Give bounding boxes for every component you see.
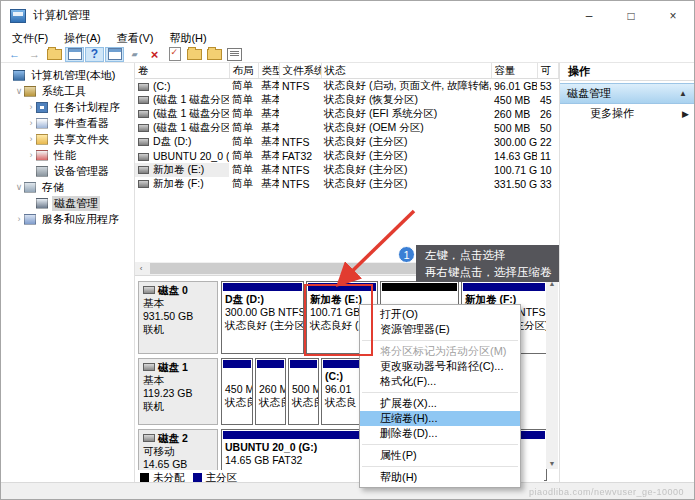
tree-item-system-tools[interactable]: ∨ 系统工具 bbox=[1, 83, 134, 99]
menu-item-format[interactable]: 格式化(F)... bbox=[360, 374, 520, 389]
watermark: piaodliba.com/newvuser_ge-10000 bbox=[529, 487, 684, 497]
minimize-button[interactable]: – bbox=[568, 1, 610, 30]
menu-separator bbox=[362, 392, 518, 393]
tree-item-shared-folders[interactable]: › 共享文件夹 bbox=[1, 131, 134, 147]
volume-icon bbox=[138, 138, 149, 146]
vertical-scrollbar[interactable]: ▲ ▼ bbox=[546, 278, 558, 469]
maximize-button[interactable]: □ bbox=[610, 1, 652, 30]
col-type[interactable]: 类型 bbox=[258, 63, 279, 79]
table-row[interactable]: D盘 (D:) 简单基本 NTFS状态良好 (主分区) 300.00 GB22 bbox=[135, 135, 559, 149]
performance-icon bbox=[36, 150, 48, 161]
table-row[interactable]: 新加卷 (F:) 简单基本 NTFS状态良好 (主分区) 331.50 GB33 bbox=[135, 177, 559, 191]
partition-oem[interactable]: 500 M 状态良 bbox=[288, 358, 319, 425]
unallocated-swatch bbox=[140, 473, 149, 482]
tools-icon bbox=[24, 86, 36, 97]
menu-item-extend-volume[interactable]: 扩展卷(X)... bbox=[360, 396, 520, 411]
collapse-icon[interactable]: ▲ bbox=[679, 89, 687, 98]
expander-icon[interactable]: › bbox=[14, 214, 24, 224]
help-icon[interactable]: ? bbox=[85, 47, 104, 62]
partition-d[interactable]: D盘 (D:) 300.00 GB NTFS 状态良好 (主分区) bbox=[221, 281, 304, 354]
list-view-icon[interactable] bbox=[225, 47, 244, 62]
storage-icon bbox=[24, 182, 36, 193]
volume-icon bbox=[138, 166, 149, 174]
tree-item-device-manager[interactable]: 设备管理器 bbox=[1, 163, 134, 179]
show-window-icon[interactable] bbox=[105, 47, 124, 62]
expander-icon[interactable]: › bbox=[26, 150, 36, 160]
tree-item-task-scheduler[interactable]: › 任务计划程序 bbox=[1, 99, 134, 115]
menu-separator bbox=[362, 466, 518, 467]
menu-item-explorer[interactable]: 资源管理器(E) bbox=[360, 322, 520, 337]
tree-item-performance[interactable]: › 性能 bbox=[1, 147, 134, 163]
menu-item-shrink-volume[interactable]: 压缩卷(H)... bbox=[360, 411, 520, 426]
clock-icon bbox=[36, 102, 48, 113]
expander-icon[interactable]: › bbox=[26, 134, 36, 144]
col-free[interactable]: 可 bbox=[537, 63, 559, 79]
table-header: 卷 布局 类型 文件系统 状态 容量 可 bbox=[135, 63, 559, 79]
tree-item-event-viewer[interactable]: › 事件查看器 bbox=[1, 115, 134, 131]
more-actions-item[interactable]: 更多操作 ▶ bbox=[560, 104, 694, 123]
console-tree-pane: 计算机管理(本地) ∨ 系统工具 › 任务计划程序 › 事件查看器 › 共享文件… bbox=[1, 63, 135, 485]
menu-item-properties[interactable]: 属性(P) bbox=[360, 448, 520, 463]
expander-icon[interactable]: › bbox=[26, 102, 36, 112]
volume-icon bbox=[138, 124, 149, 132]
menu-item-help[interactable]: 帮助(H) bbox=[360, 470, 520, 485]
table-row[interactable]: (磁盘 1 磁盘分区 1) 简单基本 状态良好 (恢复分区) 450 MB45 bbox=[135, 93, 559, 107]
table-row-volume-e[interactable]: 新加卷 (E:) 简单基本 NTFS状态良好 (主分区) 100.71 GB10 bbox=[135, 163, 559, 177]
partition-efi[interactable]: 260 M 状态良 bbox=[255, 358, 286, 425]
tree-item-storage[interactable]: ∨ 存储 bbox=[1, 179, 134, 195]
up-folder-icon[interactable] bbox=[45, 47, 64, 62]
actions-title: 操作 bbox=[560, 63, 694, 81]
forward-icon[interactable]: → bbox=[25, 47, 44, 62]
volume-icon bbox=[138, 96, 149, 104]
tree-item-computer-management[interactable]: 计算机管理(本地) bbox=[1, 67, 134, 83]
close-button[interactable]: × bbox=[652, 1, 694, 30]
menu-item-change-drive-letter[interactable]: 更改驱动器号和路径(C)... bbox=[360, 359, 520, 374]
expander-icon[interactable]: › bbox=[26, 118, 36, 128]
pointer-icon[interactable]: ▰ bbox=[125, 47, 144, 62]
menu-file[interactable]: 文件(F) bbox=[4, 31, 56, 46]
disk-0-label[interactable]: 磁盘 0 基本 931.50 GB 联机 bbox=[138, 281, 218, 354]
volume-icon bbox=[138, 153, 149, 161]
shared-folder-icon bbox=[36, 134, 48, 145]
device-manager-icon bbox=[36, 166, 48, 177]
app-icon bbox=[10, 9, 26, 23]
expander-icon[interactable]: ∨ bbox=[14, 86, 24, 96]
col-status[interactable]: 状态 bbox=[321, 63, 491, 79]
table-row[interactable]: UBUNTU 20_0 (G:) 简单基本 FAT32状态良好 (主分区) 14… bbox=[135, 149, 559, 163]
disk-icon bbox=[143, 286, 155, 294]
partition-recovery[interactable]: 450 M 状态良 bbox=[221, 358, 253, 425]
menu-help[interactable]: 帮助(H) bbox=[161, 31, 214, 46]
title-bar: 计算机管理 – □ × bbox=[1, 1, 694, 30]
console-tree-icon[interactable] bbox=[65, 47, 84, 62]
col-filesystem[interactable]: 文件系统 bbox=[279, 63, 321, 79]
scroll-down-icon[interactable]: ▼ bbox=[549, 460, 556, 467]
annotation-tooltip: 左键，点击选择 再右键点击，选择压缩卷 bbox=[416, 245, 559, 282]
menu-bar: 文件(F) 操作(A) 查看(V) 帮助(H) bbox=[1, 30, 694, 46]
disk-icon bbox=[143, 363, 155, 371]
expander-icon[interactable]: ∨ bbox=[14, 182, 24, 192]
submenu-arrow-icon: ▶ bbox=[682, 109, 694, 119]
annotation-highlight-rect bbox=[304, 284, 373, 356]
back-icon[interactable]: ← bbox=[5, 47, 24, 62]
menu-action[interactable]: 操作(A) bbox=[56, 31, 109, 46]
delete-icon[interactable]: × bbox=[145, 47, 164, 62]
properties-check-icon[interactable] bbox=[165, 47, 184, 62]
table-row[interactable]: (磁盘 1 磁盘分区 3) 简单基本 状态良好 (OEM 分区) 500 MB5… bbox=[135, 121, 559, 135]
col-capacity[interactable]: 容量 bbox=[491, 63, 537, 79]
folder-up-icon[interactable] bbox=[185, 47, 204, 62]
disk-1-label[interactable]: 磁盘 1 基本 119.23 GB 联机 bbox=[138, 358, 218, 425]
folder-search-icon[interactable] bbox=[205, 47, 224, 62]
tree-item-disk-management[interactable]: 磁盘管理 bbox=[1, 195, 134, 211]
col-layout[interactable]: 布局 bbox=[229, 63, 258, 79]
actions-group-disk-management[interactable]: 磁盘管理 ▲ bbox=[560, 83, 694, 104]
volume-icon bbox=[138, 83, 149, 91]
menu-item-open[interactable]: 打开(O) bbox=[360, 307, 520, 322]
col-volume[interactable]: 卷 bbox=[135, 63, 229, 79]
scroll-left-icon[interactable]: ‹ bbox=[135, 264, 147, 273]
tree-item-services-applications[interactable]: › 服务和应用程序 bbox=[1, 211, 134, 227]
primary-partition-swatch bbox=[193, 473, 202, 482]
table-row[interactable]: (C:) 简单基本 NTFS状态良好 (启动, 页面文件, 故障转储, 主分区)… bbox=[135, 79, 559, 94]
menu-item-delete-volume[interactable]: 删除卷(D)... bbox=[360, 426, 520, 441]
table-row[interactable]: (磁盘 1 磁盘分区 2) 简单基本 状态良好 (EFI 系统分区) 260 M… bbox=[135, 107, 559, 121]
menu-view[interactable]: 查看(V) bbox=[109, 31, 162, 46]
